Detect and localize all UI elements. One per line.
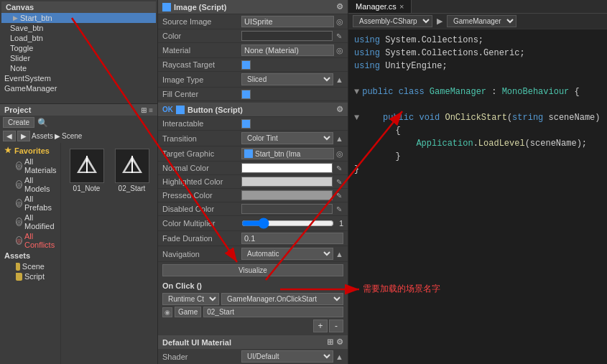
fill-center-checkbox[interactable] (241, 90, 251, 99)
hierarchy-item-eventsystem[interactable]: EventSystem (1, 73, 156, 83)
breadcrumb-back-btn[interactable]: ◀ (3, 131, 16, 141)
color-multiplier-slider[interactable] (241, 218, 334, 229)
hierarchy-section: Canvas ▶ Start_btn Save_btn Load_btn Tog… (0, 0, 157, 104)
assets-item-scene[interactable]: Scene (1, 261, 59, 271)
target-graphic-value[interactable]: Start_btn (Ima (241, 148, 334, 159)
disabled-color-value-container: ✎ (241, 204, 343, 214)
hierarchy-item-label: GameManager (4, 84, 57, 93)
navigation-select[interactable]: Automatic (241, 248, 333, 260)
fade-duration-value[interactable]: 0.1 (241, 233, 343, 244)
normal-color-swatch[interactable] (241, 163, 333, 173)
hierarchy-item-save-btn[interactable]: Save_btn (1, 23, 156, 33)
shader-select[interactable]: UI/Default (241, 350, 333, 363)
search-icon[interactable]: 🔍 (37, 118, 48, 128)
star-icon: ★ (4, 146, 11, 155)
transition-label: Transition (162, 134, 241, 143)
class-select[interactable]: GameManager (447, 15, 516, 27)
target-graphic-label: Target Graphic (162, 149, 241, 158)
source-image-circle-btn[interactable]: ◎ (336, 17, 343, 27)
navigation-row: Navigation Automatic ▲ (158, 246, 348, 262)
hierarchy-item-gamemanager[interactable]: GameManager (1, 83, 156, 93)
material-circle-btn[interactable]: ◎ (336, 46, 343, 55)
unity-icon-2 (119, 153, 145, 179)
onclick-remove-button[interactable]: - (329, 319, 343, 332)
hierarchy-item-note[interactable]: Note (1, 63, 156, 73)
onclick-section: On Click () Runtime Ct GameManager.OnCli… (158, 279, 348, 335)
highlighted-color-pencil[interactable]: ✎ (335, 178, 343, 186)
toolbar-arrow-icon: ▶ (437, 17, 442, 26)
project-icon-note[interactable]: 01_Note (67, 149, 106, 192)
material-value[interactable]: None (Material) (241, 45, 334, 56)
button-script-header: OK Button (Script) ⚙ (158, 103, 348, 117)
fav-label: All Conflicts (24, 232, 55, 249)
fav-label: All Models (24, 176, 50, 193)
breadcrumb-scene[interactable]: Scene (62, 132, 82, 140)
left-panel: Canvas ▶ Start_btn Save_btn Load_btn Tog… (0, 0, 158, 364)
disabled-color-pencil[interactable]: ✎ (335, 205, 343, 213)
pressed-color-label: Pressed Color (162, 191, 241, 200)
hierarchy-item-slider[interactable]: Slider (1, 53, 156, 63)
tab-close-icon[interactable]: × (399, 2, 404, 11)
assets-item-script[interactable]: Script (1, 271, 59, 281)
project-icon-start[interactable]: 02_Start (112, 149, 152, 192)
image-type-arrow-icon: ▲ (335, 75, 343, 84)
collapse-icon[interactable]: ▼ (354, 85, 359, 98)
target-graphic-circle-btn[interactable]: ◎ (336, 149, 343, 159)
assets-label: Scene (22, 262, 45, 271)
hierarchy-item-load-btn[interactable]: Load_btn (1, 33, 156, 43)
fav-item-prefabs[interactable]: ◎ All Prefabs (1, 194, 59, 213)
hierarchy-item-toggle[interactable]: Toggle (1, 43, 156, 53)
color-swatch[interactable] (241, 31, 333, 41)
image-script-header: Image (Script) ⚙ (158, 0, 348, 14)
color-value-container: ✎ (241, 31, 343, 41)
hierarchy-item-label: Note (10, 64, 27, 73)
onclick-add-button[interactable]: + (313, 319, 328, 332)
interactable-checkbox[interactable] (241, 119, 251, 129)
pencil-icon[interactable]: ✎ (335, 32, 343, 40)
function-select[interactable]: GameManager.OnClickStart (221, 293, 343, 305)
runtime-select[interactable]: Runtime Ct (162, 293, 219, 305)
image-type-value-container: Sliced ▲ (241, 73, 343, 85)
breadcrumb-assets[interactable]: Assets (32, 132, 53, 140)
image-type-select[interactable]: Sliced (241, 73, 333, 85)
fav-item-materials[interactable]: ◎ All Materials (1, 157, 59, 175)
button-settings-icon[interactable]: ⚙ (336, 105, 343, 114)
code-area[interactable]: using System.Collections; using System.C… (348, 29, 607, 364)
fav-item-models[interactable]: ◎ All Models (1, 175, 59, 194)
normal-color-pencil[interactable]: ✎ (335, 164, 343, 172)
highlighted-color-swatch[interactable] (241, 177, 333, 187)
pressed-color-swatch[interactable] (241, 190, 333, 200)
color-label: Color (162, 32, 241, 40)
create-button[interactable]: Create (3, 117, 34, 128)
breadcrumb-forward-btn[interactable]: ▶ (17, 131, 30, 141)
arg-value[interactable]: 02_Start (203, 307, 343, 317)
game-label: Game (175, 307, 201, 317)
fav-item-conflicts[interactable]: ◎ All Conflicts (1, 231, 59, 250)
color-multiplier-value: 1 (339, 219, 343, 228)
unity-icon (74, 153, 100, 179)
button-check-icon (176, 106, 185, 114)
namespace-select[interactable]: Assembly-CSharp (353, 15, 432, 27)
target-graphic-text: Start_btn (Ima (255, 150, 300, 158)
code-line-9: Application . LoadLevel (sceneName); (354, 137, 601, 150)
source-image-value[interactable]: UISprite (241, 16, 334, 27)
raycast-row: Raycast Target (158, 58, 348, 72)
collapse-icon-2[interactable]: ▼ (354, 111, 359, 124)
inspector-scroll[interactable]: Image (Script) ⚙ Source Image UISprite ◎… (158, 0, 348, 364)
material-expand-icon[interactable]: ⊞ (327, 337, 333, 347)
fav-item-modified[interactable]: ◎ All Modified (1, 213, 59, 231)
hierarchy-item-start-btn[interactable]: ▶ Start_btn (1, 13, 156, 23)
visualize-button[interactable]: Visualize (162, 264, 343, 276)
raycast-checkbox[interactable] (241, 60, 251, 70)
editor-tab-manager[interactable]: Manager.cs × (348, 0, 412, 13)
hierarchy-item-label: Toggle (10, 44, 33, 52)
material-settings-icon[interactable]: ⚙ (336, 337, 343, 347)
search-icon: ◎ (16, 180, 22, 189)
disabled-color-swatch[interactable] (241, 204, 333, 214)
editor-toolbar: Assembly-CSharp ▶ GameManager (348, 14, 607, 29)
code-line-2: using System.Collections.Generic; (354, 47, 601, 60)
pressed-color-pencil[interactable]: ✎ (335, 192, 343, 200)
transition-select[interactable]: Color Tint (241, 132, 333, 144)
material-header: Default UI Material ⊞ ⚙ (158, 335, 348, 349)
settings-icon[interactable]: ⚙ (336, 2, 343, 11)
